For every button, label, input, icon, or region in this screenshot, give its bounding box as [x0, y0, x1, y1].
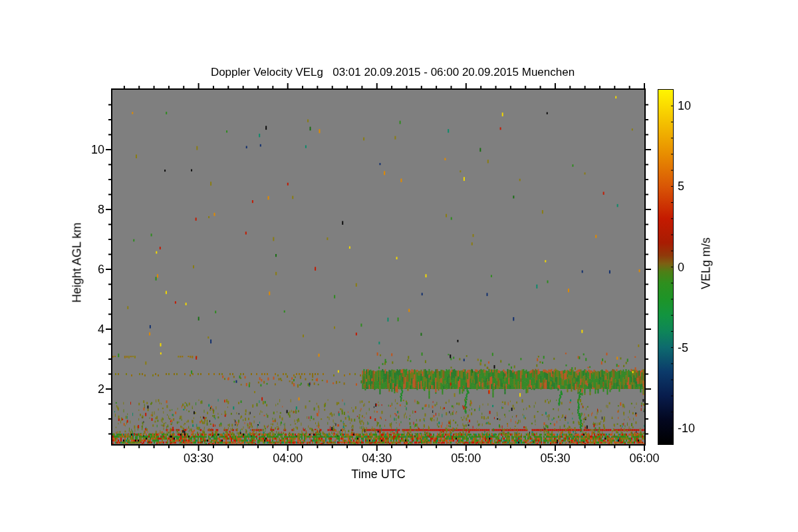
colorbar-tick-label: 5 [678, 180, 707, 193]
x-tick-label: 05:00 [445, 452, 487, 465]
y-tick-label: 10 [78, 143, 104, 156]
x-tick-label: 04:00 [267, 452, 309, 465]
y-tick-label: 4 [78, 323, 104, 336]
colorbar-tick-label: 0 [678, 261, 707, 274]
x-tick-label: 05:30 [534, 452, 577, 465]
colorbar-tick-label: 10 [678, 99, 707, 112]
doppler-velocity-figure: Doppler Velocity VELg 03:01 20.09.2015 -… [0, 0, 798, 532]
x-tick-label: 04:30 [356, 452, 398, 465]
x-tick-label: 03:30 [178, 452, 220, 465]
y-tick-label: 8 [78, 203, 104, 216]
x-axis-label: Time UTC [112, 467, 644, 481]
y-tick-label: 2 [78, 382, 104, 396]
x-tick-label: 06:00 [623, 452, 666, 465]
y-tick-label: 6 [78, 263, 104, 276]
colorbar-tick-label: -5 [678, 341, 707, 354]
colorbar-tick-label: -10 [678, 422, 707, 435]
chart-title: Doppler Velocity VELg 03:01 20.09.2015 -… [112, 66, 673, 79]
